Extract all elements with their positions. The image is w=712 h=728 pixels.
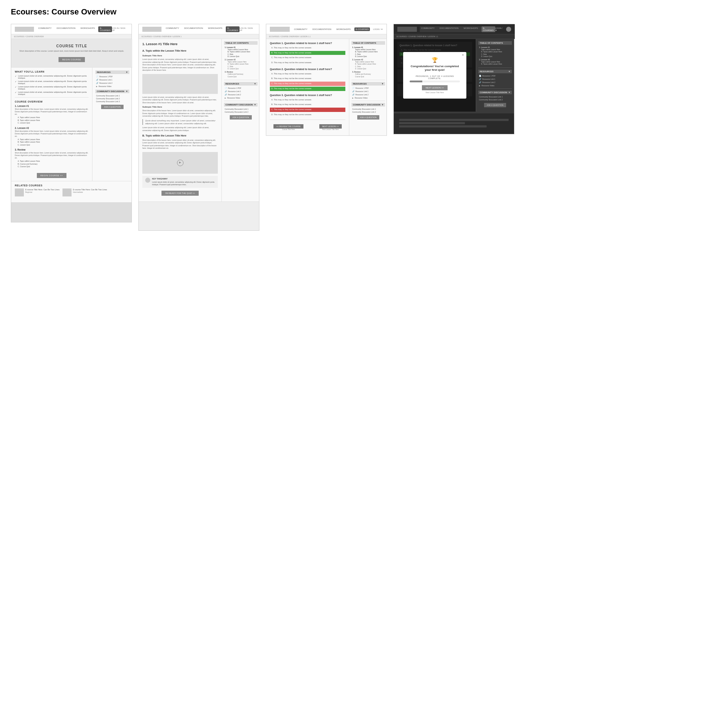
community-link[interactable]: Community Discussion Link 1 <box>352 108 385 110</box>
dark-toc-item[interactable]: 2. Lesson #2 Topics within Lesson Here B… <box>478 58 512 66</box>
answer-option-correct[interactable]: B. This may or they not be the correct a… <box>270 51 346 55</box>
resource-item[interactable]: ▶ Resource Video <box>224 97 258 99</box>
dark-community-link[interactable]: Community Discussion Link 1 <box>478 96 512 98</box>
resource-item[interactable]: 📄 Resource 1 PDF <box>352 87 385 89</box>
begin-course-button[interactable]: BEGIN COURSE <box>58 57 85 62</box>
expand-icon[interactable]: ▼ <box>126 71 128 73</box>
resource-item[interactable]: 🔗 Resource Link 1 <box>224 90 258 92</box>
nav-workshops[interactable]: WORKSHOPS <box>79 27 96 32</box>
toc-item[interactable]: 2. Lesson #2 Topics within Lesson Here B… <box>352 58 385 70</box>
dark-resource-item[interactable]: ▶ Resource Video <box>478 85 512 87</box>
modal-close-button[interactable]: ✕ <box>462 53 464 57</box>
nav-ecourses[interactable]: E-COURSES <box>98 27 112 32</box>
user-avatar <box>506 27 511 32</box>
breadcrumb-2: ECOURSES / COURSE OVERVIEW / LESSON 1 <box>139 34 259 39</box>
community-link[interactable]: Community Discussion Link 2 <box>224 111 258 113</box>
page-title: Ecourses: Course Overview <box>11 7 701 16</box>
answer-option[interactable]: A. This may or they not be the correct a… <box>270 98 346 102</box>
answer-option[interactable]: A. This may or they not be the correct a… <box>270 46 346 50</box>
expand-icon[interactable]: ▼ <box>508 91 510 93</box>
resource-item[interactable]: 📄 Resource 1 PDF <box>224 87 258 89</box>
begin-course-button-2[interactable]: BEGIN COURSE >> <box>37 173 67 178</box>
expand-icon[interactable]: ▼ <box>381 104 384 106</box>
nav-login[interactable]: LOG IN / SIGN UP <box>239 27 255 31</box>
related-title[interactable]: E-course Title Here: Can Be Two Lines <box>25 188 59 191</box>
resource-item[interactable]: ▶ Resource Video <box>95 85 129 87</box>
answer-option-wrong[interactable]: C. This may or they not be the correct a… <box>270 82 346 86</box>
next-lesson-button[interactable]: NEXT LESSON >> <box>319 124 342 129</box>
quiz-button[interactable]: I'M READY FOR THE QUIZ >> <box>162 191 199 196</box>
nav-login[interactable]: LOGIN / ▼ <box>373 28 383 30</box>
community-link[interactable]: Community Discussion Link 3 <box>95 100 129 102</box>
dark-login[interactable]: LOGIN / ▼ <box>495 27 505 31</box>
dark-toc-item[interactable]: 1. Lesson #1 Topics within Lesson Here B… <box>478 46 512 58</box>
toc-item[interactable]: 1. Lesson #1 Topics within Lesson Here B… <box>352 46 385 58</box>
dark-resource-item[interactable]: 🔗 Resource Link 1 <box>478 78 512 80</box>
toc-lesson-title: 2. Lesson #2 <box>352 58 363 61</box>
review-course-button[interactable]: << REVIEW THE COURSE <box>273 124 303 129</box>
toc-title: TABLE OF CONTENTS <box>224 41 258 45</box>
community-link[interactable]: Community Discussion Link 2 <box>95 98 129 100</box>
ask-question-button[interactable]: ASK A QUESTION <box>230 115 252 120</box>
ask-question-button[interactable]: ASK A QUESTION <box>357 115 380 120</box>
answer-option[interactable]: B. This may or they not be the correct a… <box>270 77 346 81</box>
resource-item[interactable]: ▶ Resource Video <box>352 97 385 99</box>
expand-icon[interactable]: ▼ <box>126 90 128 92</box>
resource-item[interactable]: 🔗 Resource Link 2 <box>224 93 258 96</box>
video-area: ▶ <box>142 152 218 174</box>
nav-documentation[interactable]: DOCUMENTATION <box>55 27 77 32</box>
answer-option[interactable]: A. This may or they not be the correct a… <box>270 72 346 76</box>
dark-resource-item[interactable]: 🔗 Resource Link 2 <box>478 81 512 83</box>
answer-option[interactable]: B. This may or they not be the correct a… <box>270 102 346 107</box>
expand-icon[interactable]: ▼ <box>254 83 256 85</box>
dark-nav-workshops[interactable]: WORKSHOPS <box>462 27 479 32</box>
toc-item[interactable]: 2. Lesson #2 Topics within Lesson Here B… <box>224 58 258 70</box>
community-link[interactable]: Community Discussion Link 2 <box>352 111 385 113</box>
dark-community-link[interactable]: Community Discussion Link 2 <box>478 99 512 101</box>
toc-item[interactable]: 3. Review Outline and Summary Course Qui… <box>224 71 258 78</box>
resource-item[interactable]: 📄 Resource 1 PDF <box>95 76 129 78</box>
toc-item[interactable]: 1. Lesson #1 Topics within Lesson Here B… <box>224 46 258 58</box>
nav-community[interactable]: COMMUNITY <box>165 27 181 32</box>
modal-next-button[interactable]: NEXT LESSON >> <box>422 85 448 90</box>
nav-documentation[interactable]: DOCUMENTATION <box>183 27 205 32</box>
dark-nav-documentation[interactable]: DOCUMENTATION <box>438 27 460 32</box>
topic-a-title: A. Topic within the Lesson Title Here <box>142 49 218 53</box>
expand-icon[interactable]: ▼ <box>254 104 256 106</box>
related-title[interactable]: E-course Title Here: Can Be Two Lines <box>73 188 107 191</box>
nav-login[interactable]: LOG IN / SIGN UP <box>112 27 128 31</box>
dark-ask-question-button[interactable]: ASK A QUESTION <box>484 103 506 107</box>
answer-option-incorrect[interactable]: C. This may or they not be the correct a… <box>270 108 346 112</box>
resource-item[interactable]: 🔗 Resource Link 2 <box>352 93 385 96</box>
nav-ecourses[interactable]: E-COURSES <box>355 27 370 31</box>
nav-workshops[interactable]: WORKSHOPS <box>335 27 352 31</box>
resource-item[interactable]: 🔗 Resource Link 1 <box>95 79 129 81</box>
toc-item[interactable]: 3. Review Outline and Summary Course Qui… <box>352 71 385 78</box>
dark-resource-item[interactable]: 📄 Resource 1 PDF <box>478 75 512 77</box>
what-youll-learn-title: What You'll Learn <box>15 70 89 73</box>
nav-documentation[interactable]: DOCUMENTATION <box>311 27 333 31</box>
expand-icon[interactable]: ▼ <box>381 83 384 85</box>
dark-sidebar: TABLE OF CONTENTS 1. Lesson #1 Topics wi… <box>476 39 514 111</box>
nav-ecourses[interactable]: E-COURSES <box>226 27 239 32</box>
dark-nav-community[interactable]: COMMUNITY <box>420 27 436 32</box>
community-link[interactable]: Community Discussion Link 1 <box>95 95 129 97</box>
resource-label: Resource Link 2 <box>228 93 241 96</box>
related-item: E-course Title Here: Can Be Two Lines In… <box>62 188 107 196</box>
play-button[interactable]: ▶ <box>177 160 184 166</box>
resource-item[interactable]: 🔗 Resource Link 1 <box>352 90 385 92</box>
resource-label: Resource 1 PDF <box>356 87 369 89</box>
nav-community[interactable]: COMMUNITY <box>292 27 309 31</box>
dark-nav-ecourses[interactable]: E-COURSES <box>482 27 495 32</box>
nav-community[interactable]: COMMUNITY <box>37 27 53 32</box>
resource-item[interactable]: 🔗 Resource Link 2 <box>95 82 129 84</box>
answer-option-correct[interactable]: D. This may or they not be the correct a… <box>270 87 346 91</box>
community-link[interactable]: Community Discussion Link 1 <box>224 108 258 110</box>
answer-option[interactable]: C. This may or they not be the correct a… <box>270 56 346 60</box>
answer-option[interactable]: D. This may or they not be the correct a… <box>270 113 346 117</box>
expand-icon[interactable]: ▼ <box>508 70 510 73</box>
ask-question-button[interactable]: ASK A QUESTION <box>101 105 123 109</box>
breadcrumb-text: ECOURSES / COURSE OVERVIEW / LESSON 1 <box>142 36 182 37</box>
nav-workshops[interactable]: WORKSHOPS <box>207 27 224 32</box>
answer-option[interactable]: D. This may or they not be the correct a… <box>270 61 346 65</box>
